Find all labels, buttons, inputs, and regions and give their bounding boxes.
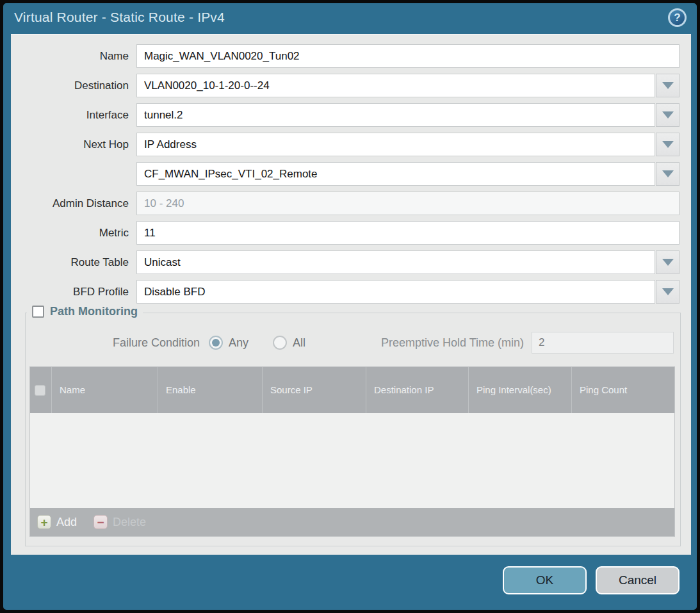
static-route-dialog: Virtual Router - Static Route - IPv4 ? N… (3, 3, 697, 610)
delete-button[interactable]: − Delete (94, 515, 146, 529)
ok-button[interactable]: OK (503, 566, 587, 594)
metric-label: Metric (11, 227, 136, 240)
add-button-label: Add (56, 516, 77, 529)
table-body-empty (30, 413, 674, 508)
metric-input[interactable] (136, 221, 680, 245)
path-monitoring-title: Path Monitoring (50, 305, 138, 318)
add-plus-icon: + (37, 515, 51, 529)
chevron-down-icon (662, 141, 674, 148)
route-table-label: Route Table (11, 256, 136, 269)
select-all-cell (30, 367, 52, 413)
route-table-input[interactable] (136, 250, 655, 274)
interface-dropdown-button[interactable] (656, 103, 680, 127)
admin-distance-label: Admin Distance (11, 197, 136, 210)
route-table-dropdown-button[interactable] (656, 250, 680, 274)
dialog-content: Name Destination Interface (11, 34, 691, 555)
column-header-source-ip: Source IP (263, 367, 366, 413)
bfd-profile-row: BFD Profile (11, 280, 680, 304)
next-hop-address-row (11, 162, 680, 186)
name-input[interactable] (136, 44, 680, 68)
next-hop-address-input[interactable] (136, 162, 655, 186)
destination-dropdown-button[interactable] (656, 74, 680, 97)
column-header-enable: Enable (158, 367, 263, 413)
column-header-ping-interval: Ping Interval(sec) (469, 367, 572, 413)
name-label: Name (11, 50, 136, 63)
column-header-name: Name (52, 367, 158, 413)
route-table-row: Route Table (11, 250, 680, 274)
destination-row: Destination (11, 74, 680, 97)
destination-input[interactable] (136, 74, 655, 97)
path-monitoring-legend: Path Monitoring (27, 305, 143, 318)
next-hop-type-input[interactable] (136, 133, 655, 156)
failure-condition-any-radio[interactable] (209, 336, 223, 350)
select-all-checkbox[interactable] (35, 385, 45, 396)
chevron-down-icon (662, 170, 674, 177)
next-hop-label: Next Hop (11, 138, 136, 151)
delete-button-label: Delete (113, 516, 146, 529)
admin-distance-input[interactable] (136, 192, 680, 215)
admin-distance-row: Admin Distance (11, 192, 680, 215)
table-header-row: Name Enable Source IP Destination IP Pin… (30, 367, 674, 413)
screen: Virtual Router - Static Route - IPv4 ? N… (0, 0, 700, 613)
destination-label: Destination (11, 79, 136, 92)
next-hop-row: Next Hop (11, 133, 680, 156)
help-icon[interactable]: ? (668, 8, 687, 27)
failure-condition-all-label: All (293, 336, 305, 350)
bfd-profile-label: BFD Profile (11, 286, 136, 298)
column-header-destination-ip: Destination IP (366, 367, 469, 413)
chevron-down-icon (662, 111, 674, 119)
chevron-down-icon (662, 288, 674, 295)
failure-condition-all-radio[interactable] (273, 336, 287, 350)
delete-minus-icon: − (94, 515, 108, 529)
route-form: Name Destination Interface (11, 35, 691, 304)
cancel-button[interactable]: Cancel (596, 566, 680, 594)
dialog-actions: OK Cancel (503, 566, 680, 594)
metric-row: Metric (11, 221, 680, 245)
bfd-profile-dropdown-button[interactable] (656, 280, 680, 304)
add-button[interactable]: + Add (37, 515, 77, 529)
dialog-titlebar[interactable]: Virtual Router - Static Route - IPv4 ? (3, 3, 697, 34)
path-monitoring-table: Name Enable Source IP Destination IP Pin… (29, 366, 675, 537)
interface-input[interactable] (136, 103, 655, 127)
table-footer-bar: + Add − Delete (30, 508, 674, 536)
column-header-ping-count: Ping Count (572, 367, 674, 413)
interface-label: Interface (11, 109, 136, 122)
next-hop-address-dropdown-button[interactable] (656, 162, 680, 186)
path-monitoring-group: Path Monitoring Failure Condition Any Al… (25, 313, 681, 546)
dialog-title: Virtual Router - Static Route - IPv4 (14, 10, 225, 25)
failure-condition-label: Failure Condition (29, 336, 200, 350)
chevron-down-icon (662, 259, 674, 266)
preemptive-hold-time-input[interactable] (532, 332, 674, 354)
next-hop-type-dropdown-button[interactable] (656, 133, 680, 156)
name-row: Name (11, 44, 680, 68)
path-monitoring-checkbox[interactable] (32, 306, 44, 318)
failure-condition-any-label: Any (229, 336, 248, 350)
failure-condition-row: Failure Condition Any All Preemptive Hol… (29, 331, 675, 354)
chevron-down-icon (662, 82, 674, 89)
help-glyph: ? (674, 12, 680, 23)
preemptive-hold-time-label: Preemptive Hold Time (min) (381, 336, 532, 350)
bfd-profile-input[interactable] (136, 280, 655, 304)
interface-row: Interface (11, 103, 680, 127)
